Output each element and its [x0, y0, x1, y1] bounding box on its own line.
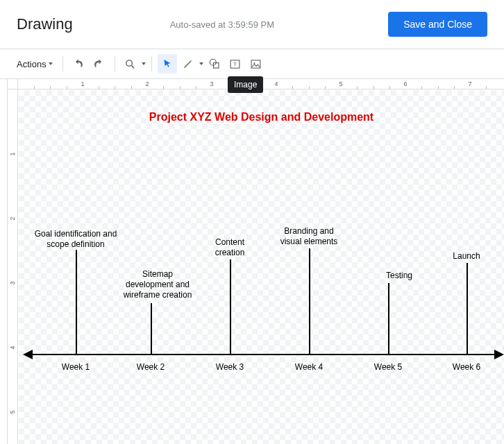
ruler-tick: 6 — [403, 80, 407, 87]
milestone-label: Sitemap development and wireframe creati… — [112, 269, 203, 300]
zoom-control[interactable] — [121, 54, 146, 74]
svg-point-3 — [210, 59, 216, 65]
ruler-tick: 5 — [339, 80, 342, 87]
milestone-line — [309, 248, 310, 354]
svg-text:T: T — [233, 61, 237, 67]
ruler-tick: 1 — [9, 152, 16, 155]
toolbar-separator — [115, 56, 115, 71]
milestone-label: Content creation — [199, 237, 261, 258]
image-icon — [250, 58, 262, 70]
milestone-line — [467, 263, 468, 354]
shape-tool-button[interactable] — [205, 54, 224, 74]
select-tool-button[interactable] — [158, 54, 177, 74]
timeline-arrow-right — [494, 350, 504, 359]
line-icon — [182, 58, 194, 70]
ruler-corner — [7, 78, 18, 89]
ruler-tick: 5 — [9, 410, 16, 413]
dialog-title: Drawing — [17, 15, 73, 33]
week-label: Week 1 — [62, 362, 90, 372]
caret-down-icon — [199, 62, 203, 65]
week-label: Week 4 — [295, 362, 323, 372]
ruler-tick: 7 — [468, 80, 471, 87]
dialog-header: Drawing Auto-saved at 3:59:59 PM Save an… — [0, 0, 504, 49]
drawing-title-text: Project XYZ Web Design and Development — [19, 111, 504, 123]
drawing-canvas[interactable]: Project XYZ Web Design and Development G… — [19, 90, 504, 444]
svg-line-2 — [185, 60, 192, 67]
line-tool-button[interactable] — [178, 54, 198, 74]
ruler-tick: 1 — [81, 80, 84, 87]
svg-line-1 — [132, 65, 135, 68]
autosave-status: Auto-saved at 3:59:59 PM — [101, 19, 388, 30]
week-label: Week 3 — [216, 362, 244, 372]
milestone-label: Branding and visual elements — [271, 226, 347, 247]
toolbar: Actions T Image — [0, 49, 504, 78]
vertical-ruler: 1 2 3 4 5 — [7, 89, 18, 444]
shape-icon — [208, 58, 221, 70]
ruler-tick: 4 — [9, 345, 16, 349]
milestone-label: Testing — [371, 271, 427, 281]
textbox-tool-button[interactable]: T — [226, 54, 245, 74]
week-label: Week 2 — [137, 362, 165, 372]
actions-label: Actions — [17, 59, 47, 69]
image-tool-button[interactable] — [246, 54, 266, 74]
actions-menu-button[interactable]: Actions — [12, 56, 57, 72]
cursor-icon — [162, 58, 173, 69]
milestone-label: Launch — [439, 251, 494, 262]
ruler-tick: 3 — [210, 80, 213, 87]
caret-down-icon — [142, 62, 146, 65]
timeline-axis — [30, 354, 497, 355]
toolbar-separator — [151, 56, 152, 71]
ruler-tick: 2 — [145, 80, 149, 87]
textbox-icon: T — [229, 58, 241, 70]
milestone-line — [151, 303, 152, 354]
redo-button[interactable] — [90, 54, 109, 74]
ruler-tick: 4 — [274, 80, 278, 87]
ruler-tick: 3 — [9, 281, 16, 284]
caret-down-icon — [49, 62, 53, 65]
save-and-close-button[interactable]: Save and Close — [388, 12, 487, 37]
line-tool-group[interactable] — [178, 54, 203, 74]
toolbar-separator — [62, 56, 63, 71]
redo-icon — [93, 58, 105, 70]
image-tooltip: Image — [228, 76, 263, 93]
week-label: Week 6 — [453, 362, 480, 372]
milestone-line — [76, 250, 77, 354]
ruler-tick: 2 — [9, 216, 16, 220]
svg-point-0 — [126, 60, 133, 66]
undo-button[interactable] — [69, 54, 88, 74]
milestone-label: Goal identification and scope definition — [24, 229, 128, 250]
svg-rect-7 — [251, 60, 260, 67]
week-label: Week 5 — [374, 362, 402, 372]
undo-icon — [72, 58, 84, 70]
milestone-line — [388, 283, 389, 354]
zoom-button[interactable] — [121, 54, 140, 74]
magnifier-icon — [124, 58, 136, 70]
milestone-line — [230, 259, 231, 354]
